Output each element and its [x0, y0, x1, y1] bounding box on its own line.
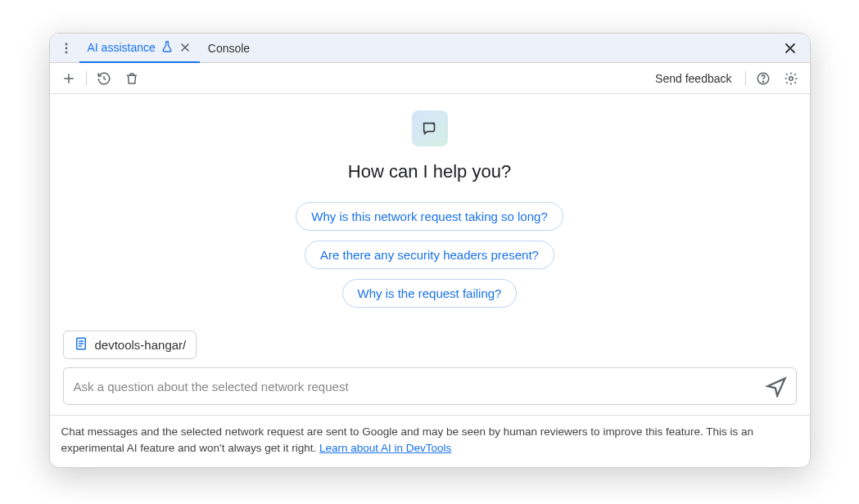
context-label: devtools-hangar/ — [95, 338, 187, 352]
suggestion-chip[interactable]: Why is the request failing? — [342, 279, 518, 308]
tab-ai-assistance[interactable]: AI assistance — [79, 34, 200, 63]
suggestion-list: Why is this network request taking so lo… — [63, 202, 797, 308]
document-icon — [74, 336, 88, 353]
ai-sparkle-icon — [412, 110, 448, 146]
prompt-input[interactable] — [72, 379, 758, 394]
tab-console[interactable]: Console — [200, 34, 258, 63]
flask-icon — [160, 40, 174, 56]
history-icon[interactable] — [93, 68, 115, 89]
svg-point-0 — [65, 43, 67, 45]
send-feedback-link[interactable]: Send feedback — [649, 72, 738, 85]
send-icon[interactable] — [765, 375, 788, 398]
svg-point-5 — [789, 76, 793, 80]
svg-point-1 — [65, 47, 67, 49]
settings-icon[interactable] — [780, 68, 802, 89]
disclaimer-footer: Chat messages and the selected network r… — [50, 415, 810, 467]
add-button[interactable] — [58, 68, 79, 89]
tab-label: Console — [208, 42, 250, 55]
tab-bar: AI assistance Console — [50, 34, 810, 63]
suggestion-chip[interactable]: Are there any security headers present? — [305, 241, 554, 269]
devtools-panel: AI assistance Console Send feedback — [49, 33, 811, 468]
help-icon[interactable] — [753, 68, 774, 89]
tab-label: AI assistance — [88, 41, 156, 54]
svg-point-2 — [65, 51, 67, 53]
close-panel-icon[interactable] — [779, 37, 802, 60]
context-chip[interactable]: devtools-hangar/ — [63, 331, 197, 359]
learn-more-link[interactable]: Learn about AI in DevTools — [319, 442, 451, 454]
trash-icon[interactable] — [121, 68, 142, 89]
hero-title: How can I help you? — [348, 161, 511, 182]
main-content: How can I help you? Why is this network … — [50, 94, 810, 415]
divider — [745, 71, 746, 86]
suggestion-chip[interactable]: Why is this network request taking so lo… — [296, 202, 563, 231]
kebab-menu-icon[interactable] — [57, 38, 76, 58]
prompt-input-row — [63, 367, 797, 405]
toolbar: Send feedback — [50, 63, 810, 94]
divider — [86, 71, 87, 86]
close-tab-icon[interactable] — [179, 41, 192, 54]
svg-point-4 — [762, 81, 763, 82]
hero: How can I help you? — [63, 110, 797, 182]
